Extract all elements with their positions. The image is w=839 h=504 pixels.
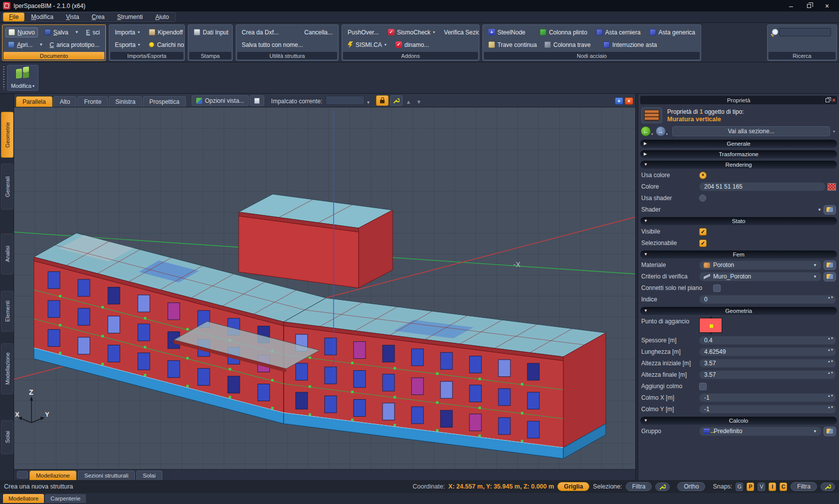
colonna-plinto-button[interactable]: Colonna plinto — [537, 28, 590, 37]
sidebar-tab-modellazione[interactable]: Modellazione — [1, 343, 13, 394]
trave-continua-button[interactable]: Trave continua — [486, 40, 538, 49]
colmo-y-input[interactable] — [699, 405, 836, 414]
sidebar-tab-geometrie[interactable]: Geometrie — [1, 112, 13, 158]
esci-button[interactable]: Esci — [83, 28, 102, 37]
menu-modifica[interactable]: Modifica — [25, 12, 59, 21]
criterio-edit-button[interactable] — [824, 272, 836, 281]
section-fem[interactable]: ▼Fem — [640, 251, 837, 258]
section-stato[interactable]: ▼Stato — [640, 217, 837, 225]
menu-crea[interactable]: Crea — [86, 12, 111, 21]
importa-button[interactable]: Importa▾ — [112, 28, 142, 37]
apri-dropdown-icon[interactable]: ▼ — [39, 42, 43, 47]
snap-v-button[interactable]: V — [758, 483, 765, 491]
ribbon-caption-ricerca[interactable]: Ricerca — [769, 52, 836, 59]
criterio-dropdown[interactable]: Muro_Poroton▼ — [699, 272, 822, 281]
connetti-checkbox[interactable] — [713, 284, 721, 292]
ribbon-caption-utilita[interactable]: Utilità struttura — [237, 52, 337, 59]
panel-float-button[interactable] — [826, 98, 830, 102]
materiale-edit-button[interactable] — [824, 260, 836, 270]
lock-view-button[interactable] — [376, 95, 389, 106]
impalcato-select[interactable] — [326, 96, 365, 105]
crea-da-dxf-button[interactable]: Crea da Dxf... — [239, 28, 281, 37]
carichi-nodali-button[interactable]: Carichi nodali — [146, 40, 185, 49]
indice-input[interactable] — [699, 295, 836, 304]
close-view-button[interactable]: × — [625, 97, 633, 105]
ribbon-caption-addons[interactable]: Addons — [343, 52, 478, 59]
menu-vista[interactable]: Vista — [60, 12, 85, 21]
3d-viewport-scene[interactable]: Z X Y -X — [14, 107, 635, 469]
nuovo-button[interactable]: Nuovo — [5, 27, 38, 37]
color-swatch[interactable] — [828, 183, 836, 191]
sidebar-tab-generali[interactable]: Generali — [1, 164, 13, 210]
selezione-filtra-button[interactable]: Filtra — [626, 482, 652, 491]
materiale-dropdown[interactable]: Poroton▼ — [699, 260, 822, 270]
3d-viewport[interactable]: Z X Y -X — [14, 107, 635, 469]
spessore-input[interactable] — [699, 336, 836, 345]
snap-filtra-button[interactable]: Filtra — [791, 482, 817, 491]
view-tab-alto[interactable]: Alto — [53, 96, 77, 107]
close-button[interactable]: × — [818, 0, 836, 11]
carica-prototipo-button[interactable]: Carica prototipo... — [47, 40, 102, 49]
tab-scroll-button[interactable] — [17, 471, 28, 479]
snap-g-button[interactable]: G — [736, 483, 743, 491]
ortho-button[interactable]: Ortho — [677, 482, 705, 491]
view-settings-button[interactable] — [390, 95, 403, 106]
mode-tab-modellatore[interactable]: Modellatore — [3, 494, 44, 503]
goto-section-button[interactable]: Vai alla sezione... — [672, 126, 830, 136]
shader-edit-button[interactable] — [824, 205, 836, 215]
lunghezza-input[interactable] — [699, 347, 836, 356]
snap-i-button[interactable]: I — [769, 483, 776, 491]
asta-cerniera-button[interactable]: Asta cerniera — [594, 28, 643, 37]
indice-spinner[interactable]: ▲▼ — [828, 296, 834, 299]
dati-input-button[interactable]: Dati Input — [191, 28, 231, 37]
menu-aiuto[interactable]: Aiuto — [149, 12, 175, 21]
pushover-button[interactable]: PushOver... — [345, 28, 382, 37]
section-generale[interactable]: ▶Generale — [640, 140, 837, 148]
esporta-button[interactable]: Esporta▾ — [112, 40, 142, 49]
aggiungi-colmo-checkbox[interactable] — [699, 383, 707, 390]
altezza-finale-input[interactable] — [699, 370, 836, 379]
mode-tab-carpenterie[interactable]: Carpenterie — [45, 494, 86, 503]
gruppo-edit-button[interactable] — [824, 427, 836, 436]
ribbon-caption-nodi-acciaio[interactable]: Nodi acciaio — [484, 52, 700, 59]
apri-button[interactable]: Apri... — [5, 40, 35, 49]
altezza-iniziale-input[interactable] — [699, 359, 836, 368]
opzioni-vista-button[interactable]: Opzioni vista... — [192, 95, 249, 106]
dinamo-button[interactable]: dinamo... — [393, 40, 431, 49]
sidebar-tab-solai[interactable]: Solai — [1, 420, 13, 454]
visibile-checkbox[interactable] — [699, 228, 707, 236]
selezione-settings-button[interactable] — [655, 483, 670, 491]
sidebar-tab-analisi[interactable]: Analisi — [1, 234, 13, 274]
goto-dropdown-icon[interactable]: ▾ — [832, 129, 837, 134]
object-type-button[interactable] — [641, 107, 662, 123]
restore-button[interactable] — [800, 0, 818, 11]
lunghezza-spinner[interactable]: ▲▼ — [828, 348, 834, 352]
kipendoff-button[interactable]: Kipendoff — [146, 28, 185, 37]
colonna-trave-button[interactable]: Colonna trave — [542, 40, 597, 49]
minimize-button[interactable]: – — [782, 0, 800, 11]
doc-tab-sezioni-strutturali[interactable]: Sezioni strutturali — [78, 471, 135, 480]
panel-close-button[interactable]: × — [832, 97, 836, 103]
sismocheck-button[interactable]: SismoCheck▾ — [386, 28, 437, 37]
colmo-x-spinner[interactable]: ▲▼ — [828, 394, 834, 398]
sidebar-tab-elementi[interactable]: Elementi — [1, 291, 13, 332]
view-tab-fronte[interactable]: Fronte — [77, 96, 108, 107]
ribbon-caption-documento[interactable]: Documento — [3, 52, 104, 59]
section-rendering[interactable]: ▼Rendering — [640, 161, 837, 169]
section-geometria[interactable]: ▼Geometria — [640, 307, 837, 315]
gruppo-dropdown[interactable]: Predefinito▼ — [699, 427, 822, 436]
colmo-y-spinner[interactable]: ▲▼ — [828, 406, 834, 409]
asta-generica-button[interactable]: Asta generica — [647, 28, 698, 37]
snap-c-button[interactable]: C — [780, 483, 787, 491]
color-value-input[interactable] — [699, 182, 826, 191]
cancella-button[interactable]: Cancella... — [302, 28, 335, 37]
add-view-button[interactable]: + — [615, 97, 623, 105]
ribbon-caption-stampa[interactable]: Stampa — [189, 52, 231, 59]
interruzione-asta-button[interactable]: Interruzione asta — [601, 40, 659, 49]
menu-strumenti[interactable]: Strumenti — [111, 12, 149, 21]
salva-tutto-button[interactable]: Salva tutto con nome... — [239, 40, 306, 49]
steelnode-button[interactable]: SteelNode — [486, 28, 533, 37]
snap-settings-button[interactable] — [821, 483, 835, 491]
section-calcolo[interactable]: ▼Calcolo — [640, 417, 837, 425]
spessore-spinner[interactable]: ▲▼ — [828, 337, 834, 340]
